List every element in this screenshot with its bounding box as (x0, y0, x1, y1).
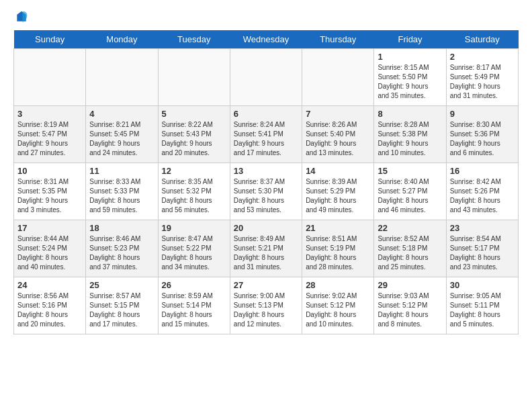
day-number: 22 (378, 223, 442, 233)
day-number: 10 (17, 166, 82, 176)
calendar-cell: 7Sunrise: 8:26 AM Sunset: 5:40 PM Daylig… (302, 106, 374, 163)
day-info: Sunrise: 9:03 AM Sunset: 5:12 PM Dayligh… (378, 291, 442, 329)
calendar-cell: 15Sunrise: 8:40 AM Sunset: 5:27 PM Dayli… (374, 163, 446, 220)
day-number: 14 (306, 166, 370, 176)
day-info: Sunrise: 8:44 AM Sunset: 5:24 PM Dayligh… (17, 234, 82, 272)
day-number: 24 (17, 280, 82, 290)
day-info: Sunrise: 8:24 AM Sunset: 5:41 PM Dayligh… (234, 120, 298, 158)
day-info: Sunrise: 8:39 AM Sunset: 5:29 PM Dayligh… (306, 177, 370, 215)
day-info: Sunrise: 8:47 AM Sunset: 5:22 PM Dayligh… (162, 234, 226, 272)
calendar-row-1: 1Sunrise: 8:15 AM Sunset: 5:50 PM Daylig… (14, 49, 519, 106)
day-info: Sunrise: 8:54 AM Sunset: 5:17 PM Dayligh… (450, 234, 515, 272)
day-info: Sunrise: 9:02 AM Sunset: 5:12 PM Dayligh… (306, 291, 370, 329)
day-info: Sunrise: 8:22 AM Sunset: 5:43 PM Dayligh… (162, 120, 226, 158)
calendar-cell (158, 49, 230, 106)
day-number: 30 (450, 280, 515, 290)
header (13, 10, 519, 24)
calendar-cell: 4Sunrise: 8:21 AM Sunset: 5:45 PM Daylig… (86, 106, 158, 163)
calendar-table: SundayMondayTuesdayWednesdayThursdayFrid… (13, 30, 519, 334)
calendar-cell: 16Sunrise: 8:42 AM Sunset: 5:26 PM Dayli… (446, 163, 518, 220)
calendar-cell: 27Sunrise: 9:00 AM Sunset: 5:13 PM Dayli… (230, 277, 302, 334)
day-info: Sunrise: 9:00 AM Sunset: 5:13 PM Dayligh… (234, 291, 298, 329)
day-number: 26 (162, 280, 226, 290)
day-number: 4 (89, 109, 154, 119)
calendar-cell: 28Sunrise: 9:02 AM Sunset: 5:12 PM Dayli… (302, 277, 374, 334)
calendar-cell: 9Sunrise: 8:30 AM Sunset: 5:36 PM Daylig… (446, 106, 518, 163)
calendar-cell (86, 49, 158, 106)
day-info: Sunrise: 8:21 AM Sunset: 5:45 PM Dayligh… (89, 120, 154, 158)
day-info: Sunrise: 8:26 AM Sunset: 5:40 PM Dayligh… (306, 120, 370, 158)
calendar-cell: 25Sunrise: 8:57 AM Sunset: 5:15 PM Dayli… (86, 277, 158, 334)
day-info: Sunrise: 8:19 AM Sunset: 5:47 PM Dayligh… (17, 120, 82, 158)
day-number: 7 (306, 109, 370, 119)
day-number: 20 (234, 223, 298, 233)
day-number: 12 (162, 166, 226, 176)
calendar-cell: 5Sunrise: 8:22 AM Sunset: 5:43 PM Daylig… (158, 106, 230, 163)
day-info: Sunrise: 8:59 AM Sunset: 5:14 PM Dayligh… (162, 291, 226, 329)
calendar-cell: 3Sunrise: 8:19 AM Sunset: 5:47 PM Daylig… (14, 106, 86, 163)
calendar-cell: 26Sunrise: 8:59 AM Sunset: 5:14 PM Dayli… (158, 277, 230, 334)
calendar-cell: 24Sunrise: 8:56 AM Sunset: 5:16 PM Dayli… (14, 277, 86, 334)
calendar-cell (302, 49, 374, 106)
calendar-cell: 2Sunrise: 8:17 AM Sunset: 5:49 PM Daylig… (446, 49, 518, 106)
calendar-cell: 11Sunrise: 8:33 AM Sunset: 5:33 PM Dayli… (86, 163, 158, 220)
day-info: Sunrise: 8:28 AM Sunset: 5:38 PM Dayligh… (378, 120, 442, 158)
day-number: 1 (378, 52, 442, 62)
calendar-cell: 18Sunrise: 8:46 AM Sunset: 5:23 PM Dayli… (86, 220, 158, 277)
day-info: Sunrise: 8:52 AM Sunset: 5:18 PM Dayligh… (378, 234, 442, 272)
col-header-sunday: Sunday (14, 30, 86, 49)
day-number: 5 (162, 109, 226, 119)
calendar-row-5: 24Sunrise: 8:56 AM Sunset: 5:16 PM Dayli… (14, 277, 519, 334)
calendar-cell (230, 49, 302, 106)
day-info: Sunrise: 8:46 AM Sunset: 5:23 PM Dayligh… (89, 234, 154, 272)
day-info: Sunrise: 8:31 AM Sunset: 5:35 PM Dayligh… (17, 177, 82, 215)
calendar-cell: 20Sunrise: 8:49 AM Sunset: 5:21 PM Dayli… (230, 220, 302, 277)
logo (13, 10, 28, 24)
calendar-row-4: 17Sunrise: 8:44 AM Sunset: 5:24 PM Dayli… (14, 220, 519, 277)
calendar-cell: 23Sunrise: 8:54 AM Sunset: 5:17 PM Dayli… (446, 220, 518, 277)
day-info: Sunrise: 8:49 AM Sunset: 5:21 PM Dayligh… (234, 234, 298, 272)
day-number: 19 (162, 223, 226, 233)
logo-icon (15, 10, 28, 24)
header-row: SundayMondayTuesdayWednesdayThursdayFrid… (14, 30, 519, 49)
day-info: Sunrise: 9:05 AM Sunset: 5:11 PM Dayligh… (450, 291, 515, 329)
day-number: 21 (306, 223, 370, 233)
calendar-cell: 10Sunrise: 8:31 AM Sunset: 5:35 PM Dayli… (14, 163, 86, 220)
col-header-saturday: Saturday (446, 30, 518, 49)
calendar-cell: 21Sunrise: 8:51 AM Sunset: 5:19 PM Dayli… (302, 220, 374, 277)
day-number: 13 (234, 166, 298, 176)
day-number: 29 (378, 280, 442, 290)
day-number: 9 (450, 109, 515, 119)
day-info: Sunrise: 8:56 AM Sunset: 5:16 PM Dayligh… (17, 291, 82, 329)
day-info: Sunrise: 8:51 AM Sunset: 5:19 PM Dayligh… (306, 234, 370, 272)
col-header-thursday: Thursday (302, 30, 374, 49)
calendar-cell: 12Sunrise: 8:35 AM Sunset: 5:32 PM Dayli… (158, 163, 230, 220)
calendar-cell: 1Sunrise: 8:15 AM Sunset: 5:50 PM Daylig… (374, 49, 446, 106)
calendar-cell: 17Sunrise: 8:44 AM Sunset: 5:24 PM Dayli… (14, 220, 86, 277)
col-header-tuesday: Tuesday (158, 30, 230, 49)
day-info: Sunrise: 8:17 AM Sunset: 5:49 PM Dayligh… (450, 63, 515, 101)
calendar-cell: 22Sunrise: 8:52 AM Sunset: 5:18 PM Dayli… (374, 220, 446, 277)
col-header-monday: Monday (86, 30, 158, 49)
day-number: 25 (89, 280, 154, 290)
calendar-cell: 6Sunrise: 8:24 AM Sunset: 5:41 PM Daylig… (230, 106, 302, 163)
day-number: 11 (89, 166, 154, 176)
calendar-cell (14, 49, 86, 106)
calendar-cell: 13Sunrise: 8:37 AM Sunset: 5:30 PM Dayli… (230, 163, 302, 220)
calendar-row-3: 10Sunrise: 8:31 AM Sunset: 5:35 PM Dayli… (14, 163, 519, 220)
day-info: Sunrise: 8:37 AM Sunset: 5:30 PM Dayligh… (234, 177, 298, 215)
calendar-cell: 19Sunrise: 8:47 AM Sunset: 5:22 PM Dayli… (158, 220, 230, 277)
day-info: Sunrise: 8:15 AM Sunset: 5:50 PM Dayligh… (378, 63, 442, 101)
day-number: 15 (378, 166, 442, 176)
day-number: 23 (450, 223, 515, 233)
calendar-cell: 29Sunrise: 9:03 AM Sunset: 5:12 PM Dayli… (374, 277, 446, 334)
col-header-friday: Friday (374, 30, 446, 49)
calendar-cell: 8Sunrise: 8:28 AM Sunset: 5:38 PM Daylig… (374, 106, 446, 163)
calendar-cell: 30Sunrise: 9:05 AM Sunset: 5:11 PM Dayli… (446, 277, 518, 334)
calendar-cell: 14Sunrise: 8:39 AM Sunset: 5:29 PM Dayli… (302, 163, 374, 220)
page-container: SundayMondayTuesdayWednesdayThursdayFrid… (0, 0, 532, 345)
day-number: 3 (17, 109, 82, 119)
day-number: 27 (234, 280, 298, 290)
col-header-wednesday: Wednesday (230, 30, 302, 49)
day-number: 2 (450, 52, 515, 62)
